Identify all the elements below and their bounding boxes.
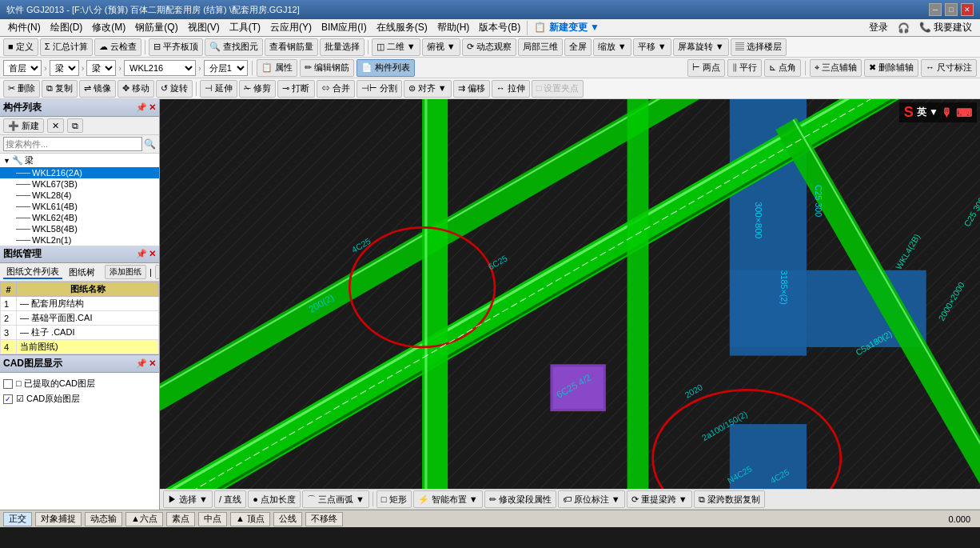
two-point-button[interactable]: ⊢ 两点 [687, 59, 725, 77]
local-3d-button[interactable]: 局部三维 [518, 38, 563, 56]
rotate-button[interactable]: ↺ 旋转 [156, 80, 193, 98]
tree-item-WKL216[interactable]: —— WKL216(2A) [0, 167, 159, 178]
cad-layer-original-checkbox[interactable] [3, 394, 13, 404]
component-select[interactable]: WKL216 [124, 60, 196, 76]
edit-rebar-button[interactable]: ✏ 编辑钢筋 [300, 59, 354, 77]
tree-root-梁[interactable]: ▼ 🔧 梁 [0, 154, 159, 167]
tree-item-WKL2n[interactable]: —— WKL2n(1) [0, 234, 159, 246]
view-rebar-button[interactable]: 查看钢筋量 [265, 38, 318, 56]
properties-button[interactable]: 📋 属性 [257, 59, 297, 77]
calc-button[interactable]: Σ 汇总计算 [40, 38, 93, 56]
trim-button[interactable]: ✁ 修剪 [239, 80, 276, 98]
merge-button[interactable]: ⇔ 合并 [317, 80, 355, 98]
menu-钢筋量[interactable]: 钢筋量(Q) [130, 19, 182, 36]
search-input[interactable] [3, 137, 142, 151]
menu-帮助[interactable]: 帮助(H) [432, 19, 475, 36]
remark-beam-button[interactable]: ⟳ 重提梁跨 ▼ [627, 490, 692, 508]
tab-file-list[interactable]: 图纸文件列表 [3, 266, 62, 279]
corner-button[interactable]: ⊾ 点角 [764, 59, 801, 77]
status-不移终[interactable]: 不移终 [305, 512, 343, 526]
arc-button[interactable]: ⌒ 三点画弧 ▼ [302, 490, 369, 508]
new-comp-button[interactable]: ➕ 新建 [3, 118, 44, 133]
menu-contact[interactable]: 📞 我要建议 [914, 19, 977, 36]
file-row-4[interactable]: 4 当前图纸) [1, 340, 159, 354]
menu-login[interactable]: 登录 [864, 19, 893, 36]
dynamic-view-button[interactable]: ⟳ 动态观察 [462, 38, 516, 56]
status-捕捉[interactable]: 对象捕捉 [35, 512, 82, 526]
offset-button[interactable]: ⇉ 偏移 [453, 80, 490, 98]
status-公线[interactable]: 公线 [273, 512, 302, 526]
copy-button[interactable]: ⧉ 复制 [42, 80, 78, 98]
tree-item-WKL61[interactable]: —— WKL61(4B) [0, 201, 159, 212]
status-六点[interactable]: ▲六点 [125, 512, 163, 526]
add-drawing-button[interactable]: 添加图纸 [105, 265, 146, 279]
extend-button[interactable]: ⊣ 延伸 [200, 80, 237, 98]
menu-在线服务[interactable]: 在线服务(S) [372, 19, 432, 36]
smart-place-button[interactable]: ⚡ 智能布置 ▼ [413, 490, 483, 508]
copy-comp-button[interactable]: ⧉ [67, 118, 83, 133]
parallel-button[interactable]: ∥ 平行 [727, 59, 762, 77]
menu-工具[interactable]: 工具(T) [225, 19, 265, 36]
cad-layer-extracted-checkbox[interactable] [3, 379, 13, 389]
status-正交[interactable]: 正交 [3, 512, 32, 526]
menu-构件[interactable]: 构件(N) [3, 19, 46, 36]
rotate-screen-button[interactable]: 屏幕旋转 ▼ [673, 38, 729, 56]
close-button[interactable]: ✕ [961, 3, 974, 16]
cad-pin-icon[interactable]: 📌 [136, 358, 147, 369]
menu-视图[interactable]: 视图(V) [183, 19, 225, 36]
file-row-3[interactable]: 3 — 柱子 .CADI [1, 326, 159, 340]
line-button[interactable]: / 直线 [214, 490, 246, 508]
select-button[interactable]: ▶ 选择 ▼ [163, 490, 213, 508]
logo-mic-icon[interactable]: 🎙 [942, 106, 953, 119]
break-button[interactable]: ⊸ 打断 [277, 80, 314, 98]
menu-新建变更[interactable]: 📋 新建变更 ▼ [529, 19, 604, 36]
rect-button[interactable]: □ 矩形 [376, 490, 412, 508]
tab-drawing-tree[interactable]: 图纸树 [66, 266, 98, 278]
in-situ-mark-button[interactable]: 🏷 原位标注 ▼ [558, 490, 625, 508]
status-顶点[interactable]: ▲ 顶点 [230, 512, 270, 526]
layer-select[interactable]: 分层1 [204, 60, 248, 76]
view-button[interactable]: 俯视 ▼ [422, 38, 460, 56]
maximize-button[interactable]: □ [945, 3, 958, 16]
files-pin-icon[interactable]: 📌 [136, 249, 147, 259]
type-select[interactable]: 梁 [50, 60, 79, 76]
2d-button[interactable]: ◫ 二维 ▼ [372, 38, 420, 56]
delete-button[interactable]: ✂ 删除 [3, 80, 40, 98]
align-top-button[interactable]: ⊟ 平齐板顶 [149, 38, 203, 56]
minimize-button[interactable]: ─ [929, 3, 942, 16]
floor-select[interactable]: 首层 [3, 60, 42, 76]
del-axis-button[interactable]: ✖ 删除辅轴 [864, 59, 918, 77]
files-close-icon[interactable]: ✕ [149, 249, 156, 259]
dim-button[interactable]: ↔ 尺寸标注 [921, 59, 977, 77]
comp-list-pin-icon[interactable]: 📌 [136, 102, 147, 113]
align-button[interactable]: ⊜ 对齐 ▼ [404, 80, 452, 98]
select-floor-button[interactable]: ▤ 选择楼层 [731, 38, 787, 56]
point-len-button[interactable]: ● 点加长度 [248, 490, 301, 508]
split-button[interactable]: ⊣⊢ 分割 [357, 80, 402, 98]
logo-text[interactable]: 英 ▼ [917, 106, 938, 119]
menu-bim[interactable]: BIM应用(I) [317, 19, 372, 36]
cad-layer-original[interactable]: ☑ CAD原始图层 [3, 391, 156, 406]
find-element-button[interactable]: 🔍 查找图元 [205, 38, 263, 56]
tree-item-WKL62[interactable]: —— WKL62(4B) [0, 212, 159, 223]
status-动态[interactable]: 动态输 [85, 512, 122, 526]
file-row-2[interactable]: 2 — 基础平面图.CAI [1, 311, 159, 326]
search-icon[interactable]: 🔍 [144, 138, 156, 150]
comp-list-button[interactable]: 📄 构件列表 [357, 59, 415, 77]
menu-help2[interactable]: 🎧 [893, 21, 914, 35]
modify-segment-button[interactable]: ✏ 修改梁段属性 [484, 490, 556, 508]
canvas-area[interactable]: 200(2) 4C25 6C25 6C25 4/2 2020 2a100/150… [160, 99, 980, 510]
menu-版本号[interactable]: 版本号(B) [474, 19, 525, 36]
menu-云应用[interactable]: 云应用(Y) [265, 19, 317, 36]
pan-button[interactable]: 平移 ▼ [633, 38, 671, 56]
logo-keyboard-icon[interactable]: ⌨ [956, 106, 972, 119]
cad-layer-extracted[interactable]: □ 已提取的CAD图层 [3, 376, 156, 391]
cad-close-icon[interactable]: ✕ [149, 358, 156, 369]
fullscreen-button[interactable]: 全屏 [564, 38, 592, 56]
batch-select-button[interactable]: 批量选择 [320, 38, 365, 56]
stretch-button[interactable]: ↔ 拉伸 [492, 80, 530, 98]
move-button[interactable]: ✥ 移动 [118, 80, 154, 98]
three-axis-button[interactable]: ⌖ 三点辅轴 [810, 59, 862, 77]
cloud-check-button[interactable]: ☁ 云检查 [94, 38, 141, 56]
menu-修改[interactable]: 修改(M) [87, 19, 130, 36]
